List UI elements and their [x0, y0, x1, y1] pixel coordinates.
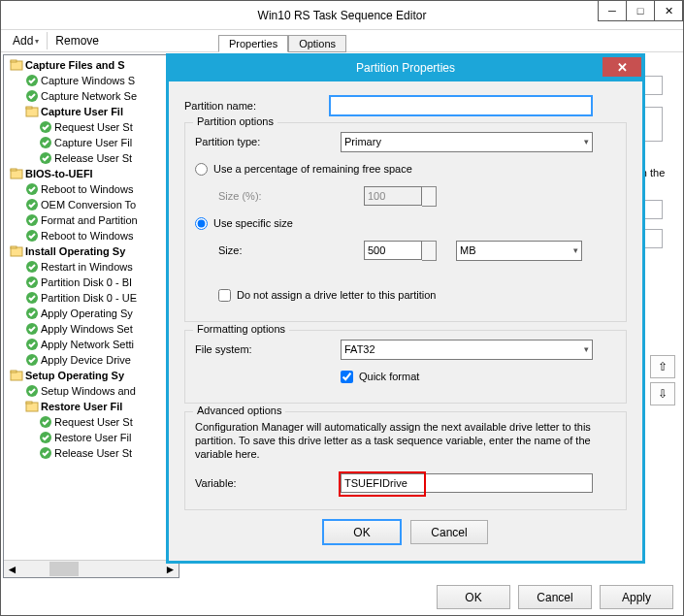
main-apply-button[interactable]: Apply: [600, 585, 673, 609]
main-titlebar: Win10 RS Task Sequence Editor ─ □ ✕: [1, 1, 683, 30]
size-percent-label: Size (%):: [195, 190, 364, 202]
check-icon: [25, 74, 39, 87]
tree-step[interactable]: Apply Windows Set: [4, 321, 179, 337]
add-menu[interactable]: Add ▾: [7, 34, 45, 48]
dialog-titlebar[interactable]: Partition Properties ✕: [167, 54, 644, 81]
svg-rect-16: [11, 246, 16, 248]
quick-format-checkbox[interactable]: [341, 371, 353, 383]
tree-step[interactable]: Release User St: [4, 150, 179, 166]
tree-step[interactable]: OEM Conversion To: [4, 197, 179, 212]
filesystem-select[interactable]: FAT32 ▾: [341, 340, 593, 360]
tree-step[interactable]: Partition Disk 0 - BI: [4, 275, 179, 290]
tab-properties[interactable]: Properties: [218, 35, 288, 52]
variable-input[interactable]: [341, 473, 593, 493]
tree-step[interactable]: Reboot to Windows: [4, 181, 179, 197]
check-icon: [39, 431, 52, 444]
dialog-cancel-button[interactable]: Cancel: [410, 520, 488, 544]
tree-step[interactable]: Restart in Windows: [4, 259, 179, 275]
check-icon: [25, 213, 39, 227]
advanced-help-text: Configuration Manager will automatically…: [195, 420, 616, 461]
tree-horizontal-scrollbar[interactable]: ◄ ►: [4, 560, 179, 577]
check-icon: [25, 307, 39, 320]
tree-step[interactable]: Capture Windows S: [4, 73, 179, 88]
size-unit-select[interactable]: MB ▾: [456, 241, 582, 261]
tree-step[interactable]: Release User St: [4, 445, 179, 461]
filesystem-value: FAT32: [344, 343, 375, 355]
advanced-options-group: Advanced options Configuration Manager w…: [184, 411, 627, 510]
use-specific-size-radio[interactable]: [195, 217, 208, 230]
partition-options-group: Partition options Partition type: Primar…: [184, 122, 627, 322]
check-icon: [25, 182, 39, 196]
svg-rect-5: [26, 107, 32, 109]
remove-button[interactable]: Remove: [49, 34, 105, 48]
check-icon: [25, 198, 39, 211]
window-controls: ─ □ ✕: [598, 1, 683, 21]
tree-group[interactable]: Capture Files and S: [4, 57, 179, 73]
main-button-bar: OK Cancel Apply: [437, 585, 673, 609]
maximize-button[interactable]: □: [627, 1, 655, 21]
partition-name-input[interactable]: [330, 96, 592, 115]
tree-step[interactable]: Capture Network Se: [4, 88, 179, 104]
check-icon: [39, 136, 52, 149]
no-drive-letter-checkbox[interactable]: [218, 289, 231, 302]
tree-step[interactable]: Partition Disk 0 - UE: [4, 290, 179, 306]
tree-step[interactable]: Request User St: [4, 414, 179, 430]
check-icon: [25, 276, 39, 289]
task-sequence-tree[interactable]: Capture Files and S Capture Windows S Ca…: [3, 54, 179, 578]
partition-properties-dialog: Partition Properties ✕ Partition name: P…: [166, 53, 645, 564]
dialog-button-bar: OK Cancel: [184, 520, 627, 544]
tree-group[interactable]: BIOS-to-UEFI: [4, 166, 179, 181]
tree-group[interactable]: Setup Operating Sy: [4, 368, 179, 383]
main-cancel-button[interactable]: Cancel: [518, 585, 592, 609]
remove-label: Remove: [55, 34, 99, 48]
tree-step[interactable]: Setup Windows and: [4, 383, 179, 399]
tree-group[interactable]: Install Operating Sy: [4, 243, 179, 259]
dialog-close-button[interactable]: ✕: [603, 57, 641, 77]
move-down-button[interactable]: ⇩: [650, 382, 675, 405]
tree-step[interactable]: Apply Operating Sy: [4, 306, 179, 321]
main-window: Win10 RS Task Sequence Editor ─ □ ✕ Add …: [0, 0, 684, 616]
tree-step[interactable]: Apply Network Setti: [4, 337, 179, 352]
check-icon: [25, 229, 39, 243]
scroll-thumb[interactable]: [49, 562, 79, 576]
arrow-up-icon: ⇧: [658, 360, 668, 373]
use-percentage-radio[interactable]: [195, 163, 208, 176]
svg-rect-25: [11, 371, 16, 373]
dialog-ok-button[interactable]: OK: [323, 520, 401, 544]
size-label: Size:: [195, 244, 364, 256]
tree-step[interactable]: Request User St: [4, 119, 179, 135]
toolbar-divider: [47, 32, 48, 49]
tab-options[interactable]: Options: [288, 35, 346, 52]
check-icon: [39, 415, 52, 429]
chevron-down-icon: ▾: [573, 245, 578, 255]
close-button[interactable]: ✕: [655, 1, 683, 21]
scroll-left-icon[interactable]: ◄: [4, 561, 20, 577]
no-drive-letter-label: Do not assign a drive letter to this par…: [237, 289, 436, 301]
spinner-icon[interactable]: [422, 241, 437, 261]
add-label: Add: [13, 34, 33, 48]
properties-tabs: Properties Options: [218, 30, 346, 51]
tree-step[interactable]: Reboot to Windows: [4, 228, 179, 243]
tree-step[interactable]: Restore User Fil: [4, 430, 179, 445]
folder-icon: [25, 400, 39, 413]
tree-step[interactable]: Apply Device Drive: [4, 352, 179, 368]
tree-group[interactable]: Capture User Fil: [4, 104, 179, 119]
svg-rect-10: [11, 169, 16, 171]
partition-type-value: Primary: [344, 136, 381, 147]
check-icon: [25, 322, 39, 336]
tree-group[interactable]: Restore User Fil: [4, 399, 179, 414]
main-ok-button[interactable]: OK: [437, 585, 510, 609]
chevron-down-icon: ▾: [35, 37, 39, 46]
move-up-button[interactable]: ⇧: [650, 355, 675, 378]
advanced-options-legend: Advanced options: [193, 405, 285, 416]
minimize-button[interactable]: ─: [598, 1, 627, 21]
chevron-down-icon: ▾: [584, 344, 589, 354]
tree-step[interactable]: Capture User Fil: [4, 135, 179, 150]
svg-rect-1: [11, 60, 16, 62]
folder-icon: [10, 244, 23, 258]
partition-name-label: Partition name:: [184, 100, 330, 112]
size-input[interactable]: [364, 241, 422, 260]
partition-type-select[interactable]: Primary ▾: [341, 132, 593, 152]
tree-step[interactable]: Format and Partition: [4, 212, 179, 228]
folder-icon: [10, 369, 23, 382]
